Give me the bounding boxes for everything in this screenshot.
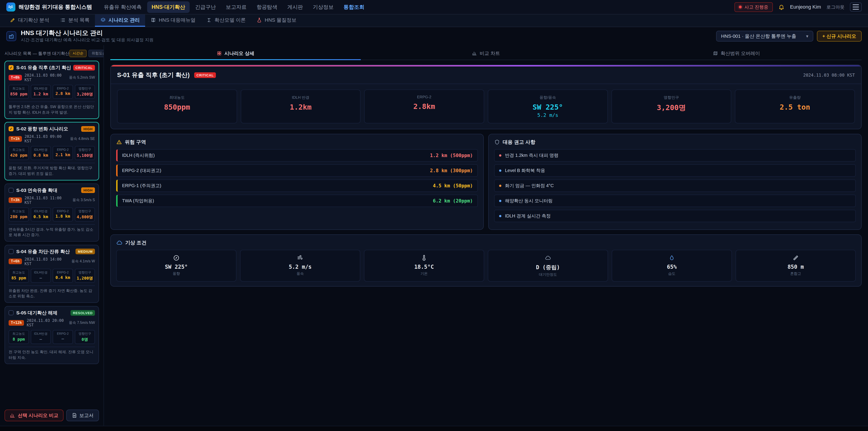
compare-scenarios-button[interactable]: 선택 시나리오 비교 — [4, 409, 64, 421]
scenario-card[interactable]: S-05 대기확산 해제 RESOLVED T+12h 2024.11.03 2… — [4, 306, 99, 364]
content-tab[interactable]: 시나리오 상세 — [110, 47, 361, 60]
top-nav-item[interactable]: 보고자료 — [221, 1, 251, 13]
content-tab-label: 시나리오 상세 — [224, 50, 254, 57]
layers-icon — [100, 18, 106, 23]
sub-nav-tab[interactable]: 확산모델 이론 — [201, 14, 251, 27]
sub-nav-tab[interactable]: 분석 목록 — [55, 14, 95, 27]
report-button[interactable]: 보고서 — [66, 409, 99, 421]
document-icon — [72, 413, 77, 418]
weather-cell: 18.5°C 기온 — [364, 250, 484, 282]
recommendation-text: Level B 화학복 착용 — [505, 167, 545, 174]
sub-nav-tab-label: 대기확산 분석 — [18, 17, 49, 24]
incident-select[interactable]: HNS-001 · 울산 온산항 톨루엔 누출 — [716, 31, 813, 41]
content-tabs: 시나리오 상세 비교 차트 확산범위 오버레이 — [110, 47, 862, 60]
zone-label: ERPG-2 (대피권고) — [122, 167, 161, 174]
metric-idlh-radius: IDLH반경 0.5 km — [31, 208, 51, 221]
list-icon — [60, 18, 66, 23]
chevron-down-icon — [806, 33, 808, 39]
footer-bar — [0, 426, 868, 431]
sort-by-risk-chip[interactable]: 위험도순 — [88, 50, 104, 57]
sub-nav: 대기확산 분석 분석 목록 시나리오 관리 HNS 대응매뉴얼 확산모델 이론 … — [0, 14, 868, 27]
content-tab[interactable]: 확산범위 오버레이 — [611, 47, 862, 60]
sort-chips: 시간순 위험도순 — [69, 50, 104, 57]
scenario-checkbox[interactable] — [8, 65, 13, 70]
top-nav-item[interactable]: 유출유 확산예측 — [99, 1, 146, 13]
sigma-icon — [206, 18, 212, 23]
severity-badge: CRITICAL — [73, 65, 95, 70]
metric-idlh-radius: IDLH반경 — — [31, 269, 51, 283]
bell-icon[interactable] — [778, 4, 784, 10]
detail-metric-cell: 풍향/풍속 SW 225° 5.2 m/s — [488, 90, 608, 123]
time-offset-badge: T+3h — [8, 197, 22, 203]
detail-metric-cell: 영향인구 3,200명 — [612, 90, 732, 123]
top-nav-item[interactable]: 항공탐색 — [252, 1, 282, 13]
flask-icon — [256, 18, 262, 23]
scenario-wind: 풍속 5.2m/s SW — [69, 75, 95, 80]
zone-label: ERPG-1 (주의권고) — [122, 183, 161, 189]
alert-dot-icon — [739, 6, 742, 8]
time-offset-badge: T+12h — [8, 320, 24, 326]
detail-metric-cell: IDLH 반경 1.2km — [241, 90, 361, 123]
scenario-checkbox[interactable] — [8, 188, 13, 193]
sub-nav-tab[interactable]: 시나리오 관리 — [95, 14, 145, 27]
danger-zones-panel: 위험 구역 IDLH (즉시위험) 1.2 km (500ppm) ERPG-2… — [110, 134, 484, 230]
weather-cell: 850 m 혼합고 — [736, 250, 856, 282]
scenario-detail-card: S-01 유출 직후 (초기 확산) CRITICAL 2024.11.03 0… — [110, 65, 862, 129]
wind-direction-icon — [119, 254, 234, 261]
mixing-height-icon — [738, 254, 854, 261]
incident-select-value: HNS-001 · 울산 온산항 톨루엔 누출 — [721, 33, 796, 39]
metric-erpg2: ERPG-2 2.1 km — [53, 146, 73, 160]
danger-zone-row: TWA (작업허용) 6.2 km (20ppm) — [116, 194, 478, 207]
scenario-checkbox[interactable] — [8, 249, 13, 254]
danger-zone-row: ERPG-2 (대피권고) 2.8 km (300ppm) — [116, 164, 478, 177]
content-tab[interactable]: 비교 차트 — [361, 47, 611, 60]
sub-nav-tab[interactable]: HNS 물질정보 — [251, 14, 302, 27]
top-nav-item[interactable]: 통합조회 — [339, 1, 369, 13]
scenario-checkbox[interactable] — [8, 310, 13, 315]
metric-erpg2: ERPG-2 0.4 km — [53, 269, 73, 283]
topbar-right: 사고 진행중 Eunjeong Kim 로그아웃 — [735, 2, 862, 12]
weather-value: 18.5°C — [366, 264, 482, 270]
shield-icon — [494, 139, 500, 145]
top-nav-item[interactable]: 긴급구난 — [191, 1, 220, 13]
sub-nav-tab[interactable]: HNS 대응매뉴얼 — [145, 14, 201, 27]
sub-nav-tab[interactable]: 대기확산 분석 — [4, 14, 55, 27]
top-nav-item[interactable]: 기상정보 — [308, 1, 338, 13]
scenario-wind: 풍속 4.1m/s W — [71, 259, 95, 264]
weather-value: 5.2 m/s — [242, 264, 358, 270]
scenario-card[interactable]: S-04 유출 차단·잔류 확산 MEDIUM T+6h 2024.11.03 … — [4, 245, 99, 303]
recommendation-item: IDLH 경계 실시간 측정 — [494, 210, 856, 222]
new-scenario-button[interactable]: + 신규 시나리오 — [817, 31, 862, 41]
weather-value: D (중립) — [490, 264, 606, 271]
thermometer-icon — [366, 254, 482, 261]
app-title: 해양환경 위기대응 통합시스템 — [19, 3, 92, 11]
pencil-icon — [10, 18, 16, 23]
app-logo-icon — [6, 2, 16, 11]
scenario-card[interactable]: S-03 연속유출 확대 HIGH T+3h 2024.11.03 11:00 … — [4, 184, 99, 242]
time-offset-badge: T+1h — [8, 136, 22, 142]
sidebar-title: 시나리오 목록 — 톨루엔 대기확산 — [4, 51, 69, 57]
content-tab-label: 확산범위 오버레이 — [721, 50, 760, 57]
compare-chart-icon — [10, 413, 15, 418]
zone-value: 1.2 km (500ppm) — [430, 153, 473, 158]
stability-cloud-icon — [490, 254, 606, 261]
weather-value: 65% — [614, 264, 730, 270]
scenario-title: S-02 풍향 변화 시나리오 — [16, 126, 79, 132]
sub-nav-tab-label: 시나리오 관리 — [108, 17, 140, 24]
scenario-card[interactable]: S-01 유출 직후 (초기 확산) CRITICAL T+0h 2024.11… — [4, 61, 99, 119]
detail-title: S-01 유출 직후 (초기 확산) — [117, 71, 190, 79]
zone-label: TWA (작업허용) — [122, 198, 154, 204]
sub-nav-tab-label: HNS 대응매뉴얼 — [159, 17, 195, 24]
metric-population: 영향인구 3,200명 — [75, 85, 95, 99]
scenario-card[interactable]: S-02 풍향 변화 시나리오 HIGH T+1h 2024.11.03 09:… — [4, 122, 99, 180]
menu-icon[interactable] — [850, 2, 862, 11]
metric-erpg2: ERPG-2 2.8 km — [53, 85, 73, 99]
top-nav-item[interactable]: 게시판 — [283, 1, 307, 13]
top-nav-item[interactable]: HNS·대기확산 — [147, 1, 190, 13]
scenario-checkbox[interactable] — [8, 126, 13, 131]
weather-cell: SW 225° 풍향 — [116, 250, 237, 282]
humidity-icon — [614, 254, 730, 261]
logout-button[interactable]: 로그아웃 — [827, 4, 844, 10]
scenario-title: S-01 유출 직후 (초기 확산) — [16, 64, 70, 71]
sort-by-time-chip[interactable]: 시간순 — [69, 50, 87, 57]
